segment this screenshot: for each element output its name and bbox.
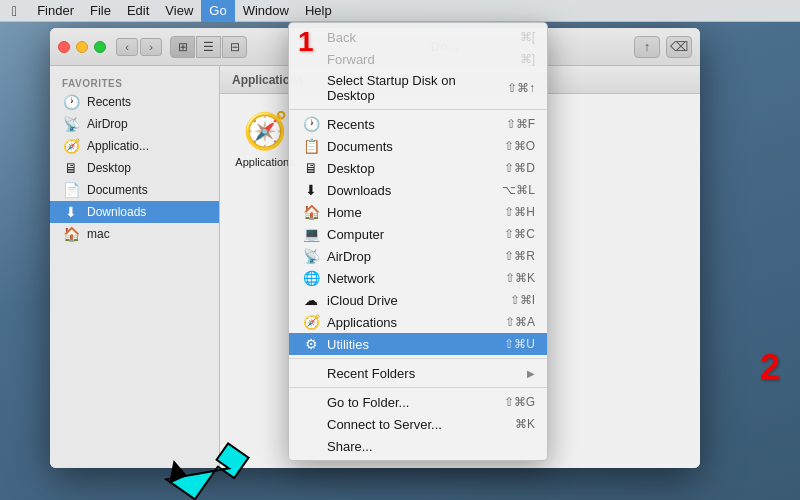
toolbar-right: ↑ ⌫ (634, 36, 692, 58)
sidebar-applications-label: Applicatio... (87, 139, 149, 153)
menu-share[interactable]: Share... (289, 435, 547, 457)
sidebar-favorites-label: Favorites (50, 74, 219, 91)
menu-downloads[interactable]: ⬇ Downloads ⌥⌘L (289, 179, 547, 201)
menubar-edit[interactable]: Edit (119, 0, 157, 22)
documents-menu-icon: 📋 (301, 138, 321, 154)
minimize-button[interactable] (76, 41, 88, 53)
downloads-menu-icon: ⬇ (301, 182, 321, 198)
back-button[interactable]: ‹ (116, 38, 138, 56)
sidebar-recents-label: Recents (87, 95, 131, 109)
sidebar-item-documents[interactable]: 📄 Documents (50, 179, 219, 201)
menubar-apple[interactable]:  (4, 0, 29, 22)
utilities-menu-icon: ⚙ (301, 336, 321, 352)
home-menu-icon: 🏠 (301, 204, 321, 220)
list-view-button[interactable]: ☰ (196, 36, 221, 58)
mac-icon: 🏠 (62, 226, 80, 242)
documents-icon: 📄 (62, 182, 80, 198)
forward-button[interactable]: › (140, 38, 162, 56)
sidebar-documents-label: Documents (87, 183, 148, 197)
icon-view-button[interactable]: ⊞ (170, 36, 195, 58)
applications-icon: 🧭 (62, 138, 80, 154)
menubar-finder[interactable]: Finder (29, 0, 82, 22)
menu-back[interactable]: Back ⌘[ (289, 26, 547, 48)
menubar-help[interactable]: Help (297, 0, 340, 22)
downloads-icon: ⬇ (62, 204, 80, 220)
nav-buttons: ‹ › (116, 38, 162, 56)
sidebar-desktop-label: Desktop (87, 161, 131, 175)
menubar:  Finder File Edit View Go Window Help (0, 0, 800, 22)
close-button[interactable] (58, 41, 70, 53)
column-view-button[interactable]: ⊟ (222, 36, 247, 58)
menu-connect-server[interactable]: Connect to Server... ⌘K (289, 413, 547, 435)
menu-sep-3 (289, 387, 547, 388)
menu-computer[interactable]: 💻 Computer ⇧⌘C (289, 223, 547, 245)
menu-goto-folder[interactable]: Go to Folder... ⇧⌘G (289, 391, 547, 413)
network-menu-icon: 🌐 (301, 270, 321, 286)
submenu-arrow-icon: ▶ (527, 368, 535, 379)
share-toolbar-button[interactable]: ↑ (634, 36, 660, 58)
menubar-window[interactable]: Window (235, 0, 297, 22)
sidebar-item-downloads[interactable]: ⬇ Downloads (50, 201, 219, 223)
applications-folder-icon: 🧭 (243, 110, 288, 152)
go-menu: Back ⌘[ Forward ⌘] Select Startup Disk o… (288, 22, 548, 461)
menu-airdrop[interactable]: 📡 AirDrop ⇧⌘R (289, 245, 547, 267)
menu-sep-1 (289, 109, 547, 110)
menu-sep-2 (289, 358, 547, 359)
menubar-file[interactable]: File (82, 0, 119, 22)
recents-icon: 🕐 (62, 94, 80, 110)
menu-utilities[interactable]: ⚙ Utilities ⇧⌘U (289, 333, 547, 355)
desktop-menu-icon: 🖥 (301, 160, 321, 176)
menu-network[interactable]: 🌐 Network ⇧⌘K (289, 267, 547, 289)
sidebar-item-applications[interactable]: 🧭 Applicatio... (50, 135, 219, 157)
traffic-lights (58, 41, 106, 53)
menu-recent-folders[interactable]: Recent Folders ▶ (289, 362, 547, 384)
sidebar-item-desktop[interactable]: 🖥 Desktop (50, 157, 219, 179)
sidebar-downloads-label: Downloads (87, 205, 146, 219)
view-buttons: ⊞ ☰ ⊟ (170, 36, 247, 58)
applications-menu-icon: 🧭 (301, 314, 321, 330)
sidebar-airdrop-label: AirDrop (87, 117, 128, 131)
delete-toolbar-button[interactable]: ⌫ (666, 36, 692, 58)
recents-menu-icon: 🕐 (301, 116, 321, 132)
apple-logo-icon:  (12, 3, 17, 19)
menubar-view[interactable]: View (157, 0, 201, 22)
airdrop-menu-icon: 📡 (301, 248, 321, 264)
menu-startup[interactable]: Select Startup Disk on Desktop ⇧⌘↑ (289, 70, 547, 106)
sidebar: Favorites 🕐 Recents 📡 AirDrop 🧭 Applicat… (50, 66, 220, 468)
menu-desktop[interactable]: 🖥 Desktop ⇧⌘D (289, 157, 547, 179)
airdrop-icon: 📡 (62, 116, 80, 132)
maximize-button[interactable] (94, 41, 106, 53)
menubar-go[interactable]: Go (201, 0, 234, 22)
menu-documents[interactable]: 📋 Documents ⇧⌘O (289, 135, 547, 157)
sidebar-mac-label: mac (87, 227, 110, 241)
menu-forward[interactable]: Forward ⌘] (289, 48, 547, 70)
menu-recents[interactable]: 🕐 Recents ⇧⌘F (289, 113, 547, 135)
annotation-number-1: 1 (298, 28, 314, 56)
sidebar-item-airdrop[interactable]: 📡 AirDrop (50, 113, 219, 135)
sidebar-item-mac[interactable]: 🏠 mac (50, 223, 219, 245)
menu-home[interactable]: 🏠 Home ⇧⌘H (289, 201, 547, 223)
annotation-number-2: 2 (760, 350, 780, 386)
desktop-icon: 🖥 (62, 160, 80, 176)
menu-applications[interactable]: 🧭 Applications ⇧⌘A (289, 311, 547, 333)
applications-folder-label: Applications (235, 156, 294, 168)
sidebar-item-recents[interactable]: 🕐 Recents (50, 91, 219, 113)
computer-menu-icon: 💻 (301, 226, 321, 242)
icloud-menu-icon: ☁ (301, 292, 321, 308)
menu-icloud[interactable]: ☁ iCloud Drive ⇧⌘I (289, 289, 547, 311)
